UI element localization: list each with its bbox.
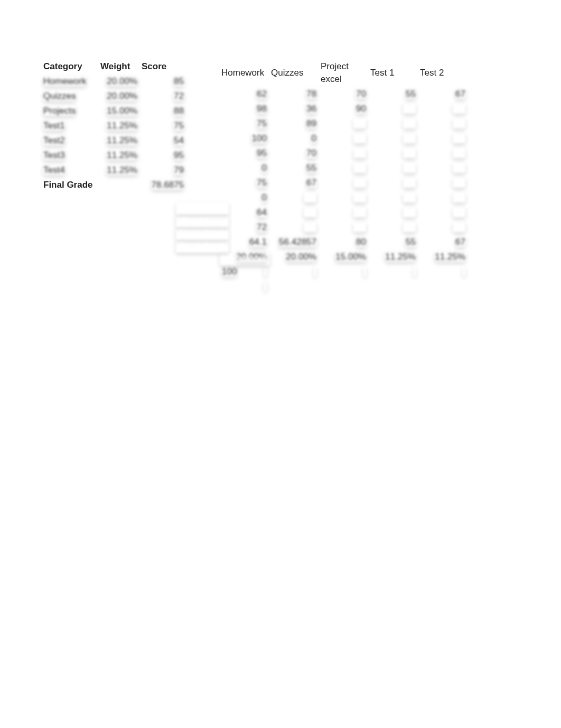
empty-cell: [353, 192, 366, 202]
score-cell: 55: [306, 163, 316, 173]
empty-cell: [453, 222, 465, 232]
score-cell: 75: [257, 178, 267, 188]
table-row: 1000: [219, 131, 467, 146]
col-homework: Homework: [219, 59, 269, 87]
final-grade-value: 78.6875: [152, 180, 184, 190]
score-cell: 89: [306, 118, 316, 128]
score-cell: 90: [356, 104, 366, 114]
table-row: Test4 11.25% 79: [41, 163, 186, 178]
avg-cell: 56.42857: [279, 237, 316, 247]
weight-cell: 11.25%: [435, 252, 465, 262]
empty-cell: [363, 266, 366, 277]
score-cell: 0: [262, 192, 267, 202]
table-row: 0: [219, 190, 467, 205]
col-quizzes: Quizzes: [269, 59, 319, 87]
table-row: Homework 20.00% 85: [41, 74, 186, 89]
score-cell: 72: [174, 91, 184, 101]
homework-block-title: Homework: [220, 253, 270, 265]
table-row: 6278705567: [219, 87, 467, 102]
col-weight: Weight: [98, 59, 139, 74]
empty-cell: [314, 266, 316, 277]
table-row: Test3 11.25% 95: [41, 148, 186, 163]
summary-table: Category Weight Score Homework 20.00% 85…: [41, 59, 186, 192]
category-cell: Test4: [43, 165, 65, 175]
score-cell: 88: [174, 106, 184, 116]
final-grade-row-2: [219, 279, 467, 294]
avg-cell: 64.1: [249, 237, 267, 247]
empty-cell: [353, 222, 366, 232]
summary-header-row: Category Weight Score: [41, 59, 186, 74]
weight-cell: 11.25%: [107, 121, 137, 131]
empty-cell: [353, 207, 366, 217]
empty-cell: [453, 104, 465, 114]
score-cell: 95: [257, 148, 267, 158]
score-cell: 62: [257, 89, 267, 99]
empty-cell: [403, 104, 416, 114]
weight-cell: 20.00%: [107, 91, 137, 101]
table-row: 055: [219, 161, 467, 176]
weight-cell: 20.00%: [107, 76, 137, 86]
score-cell: 75: [174, 121, 184, 131]
weight-cell: 11.25%: [107, 165, 137, 175]
category-cell: Homework: [43, 76, 86, 86]
table-row: 9570: [219, 146, 467, 161]
weight-cell: 11.25%: [107, 150, 137, 160]
scores-header-row: Homework Quizzes Project excel Test 1 Te…: [219, 59, 467, 87]
empty-cell: [403, 118, 416, 128]
weight-cell: 15.00%: [335, 252, 366, 262]
category-cell: Test2: [43, 135, 65, 145]
table-row: Test1 11.25% 75: [41, 118, 186, 133]
avg-cell: 55: [406, 237, 416, 247]
score-cell: 54: [174, 135, 184, 145]
col-score: Score: [139, 59, 186, 74]
col-test-1: Test 1: [368, 59, 418, 87]
homework-block-value: 100: [222, 266, 237, 277]
empty-cell: [403, 148, 416, 158]
empty-cell: [403, 222, 416, 232]
category-cell: Quizzes: [43, 91, 76, 101]
empty-cell: [304, 192, 316, 202]
empty-cell: [264, 281, 267, 291]
weight-cell: 11.25%: [107, 135, 137, 145]
empty-cell: [403, 192, 416, 202]
table-row: 7589: [219, 116, 467, 131]
final-grade-label-1: Final Grade: [176, 227, 229, 240]
empty-cell: [353, 163, 366, 173]
empty-cell: [413, 266, 416, 277]
score-cell: 72: [257, 222, 267, 232]
empty-cell: [403, 178, 416, 188]
weight-cell: 11.25%: [385, 252, 416, 262]
category-cell: Test3: [43, 150, 65, 160]
table-row: Projects 15.00% 88: [41, 104, 186, 118]
empty-cell: [403, 163, 416, 173]
empty-cell: [353, 178, 366, 188]
score-cell: 100: [252, 133, 267, 143]
score-cell: 79: [174, 165, 184, 175]
score-cell: 67: [455, 89, 465, 99]
score-cell: 36: [306, 104, 316, 114]
table-row: Quizzes 20.00% 72: [41, 89, 186, 104]
empty-cell: [463, 266, 465, 277]
score-cell: 64: [257, 207, 267, 217]
score-cell: 0: [312, 133, 316, 143]
empty-cell: [453, 192, 465, 202]
final-grade-row: Final Grade 78.6875: [41, 178, 186, 192]
empty-cell: [453, 178, 465, 188]
score-cell: 70: [306, 148, 316, 158]
col-category: Category: [41, 59, 98, 74]
score-cell: 78: [306, 89, 316, 99]
empty-cell: [304, 207, 316, 217]
homework-block: Homework 100: [220, 253, 270, 278]
table-row: 983690: [219, 102, 467, 116]
final-grade-label-2: Final Grade: [176, 240, 229, 253]
average-row: 64.1 56.42857 80 55 67: [219, 235, 467, 250]
empty-cell: [403, 207, 416, 217]
table-row: 7567: [219, 176, 467, 190]
col-test-2: Test 2: [418, 59, 467, 87]
empty-cell: [453, 118, 465, 128]
avg-cell: 67: [455, 237, 465, 247]
category-cell: Test1: [43, 121, 65, 131]
summary-labels: Average Weight Final Grade Final Grade: [176, 202, 229, 253]
empty-cell: [453, 163, 465, 173]
empty-cell: [304, 222, 316, 232]
